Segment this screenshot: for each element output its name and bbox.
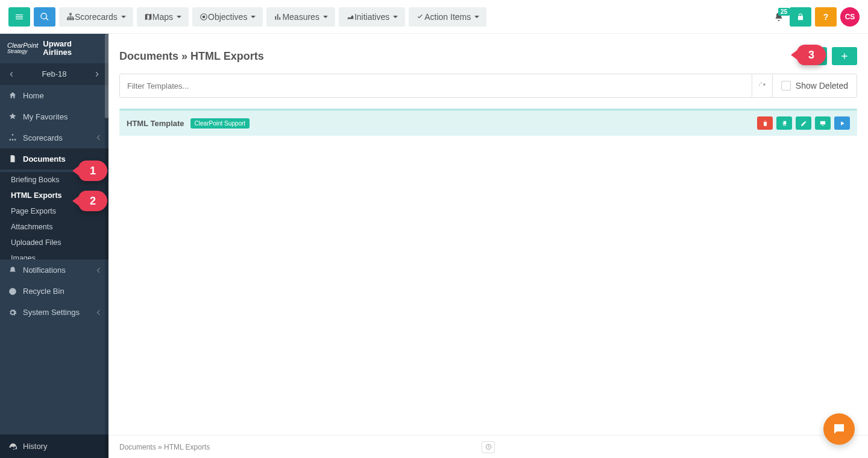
sidebar-item-label: My Favorites xyxy=(23,112,68,121)
period-prev-button[interactable] xyxy=(5,67,18,81)
sitemap-icon xyxy=(66,13,75,21)
topbar-right: 25 ? CS xyxy=(774,7,860,27)
avatar[interactable]: CS xyxy=(840,7,860,27)
template-title: HTML Template xyxy=(127,119,184,128)
bell-icon xyxy=(8,266,17,275)
bar-chart-icon xyxy=(274,13,282,21)
caret-down-icon xyxy=(393,16,398,18)
plus-icon xyxy=(840,51,849,61)
footer-center xyxy=(482,441,495,453)
callout-3: 3 xyxy=(797,45,826,65)
run-button[interactable] xyxy=(834,116,850,130)
sidebar-item-label: Uploaded Files xyxy=(11,238,61,247)
nav-label: Measures xyxy=(282,12,319,22)
template-owner-badge: ClearPoint Support xyxy=(190,118,250,129)
sidebar-item-label: Documents xyxy=(23,154,66,164)
refresh-button[interactable] xyxy=(752,74,772,97)
sidebar-item-label: Notifications xyxy=(23,266,66,275)
period-label[interactable]: Feb-18 xyxy=(42,69,66,78)
sidebar-item-label: System Settings xyxy=(23,308,80,317)
chat-launcher-button[interactable] xyxy=(823,413,855,445)
star-icon xyxy=(8,112,17,121)
list-item[interactable]: HTML Template ClearPoint Support xyxy=(119,109,857,136)
period-next-button[interactable] xyxy=(90,67,104,81)
preview-button[interactable] xyxy=(815,116,831,130)
layout: ClearPoint Strategy Upward Airlines Feb-… xyxy=(0,34,868,458)
footer: Documents » HTML Exports xyxy=(108,435,868,458)
monitor-icon xyxy=(819,120,826,127)
caret-down-icon xyxy=(474,16,479,18)
trash-icon xyxy=(762,120,769,127)
sidebar-subitem-images[interactable]: Images xyxy=(0,250,108,259)
period-selector: Feb-18 xyxy=(0,63,108,85)
sidebar-item-recycle-bin[interactable]: Recycle Bin xyxy=(0,281,108,302)
sidebar-item-label: History xyxy=(23,442,47,451)
sidebar-subitem-attachments[interactable]: Attachments xyxy=(0,219,108,235)
clock-icon xyxy=(485,444,492,450)
nav-scorecards[interactable]: Scorecards xyxy=(59,7,133,27)
help-button[interactable]: ? xyxy=(815,7,837,27)
sidebar-item-label: Scorecards xyxy=(23,133,63,142)
svg-point-1 xyxy=(203,15,206,18)
menu-toggle-button[interactable] xyxy=(8,7,30,27)
callout-1: 1 xyxy=(78,161,107,181)
sidebar-item-label: HTML Exports xyxy=(11,191,62,200)
nav-objectives[interactable]: Objectives xyxy=(192,7,263,27)
play-icon xyxy=(839,120,846,127)
copy-icon xyxy=(781,120,788,127)
show-deleted-checkbox[interactable] xyxy=(781,81,791,91)
sidebar-item-label: Recycle Bin xyxy=(23,287,64,296)
show-deleted-toggle[interactable]: Show Deleted xyxy=(772,74,857,97)
template-list: HTML Template ClearPoint Support xyxy=(119,109,857,136)
nav-label: Objectives xyxy=(208,12,247,22)
brand: ClearPoint Strategy Upward Airlines xyxy=(0,34,108,63)
filter-input[interactable] xyxy=(120,81,752,91)
recycle-icon xyxy=(8,287,17,296)
map-icon xyxy=(144,13,153,21)
check-icon xyxy=(416,13,424,21)
nav-label: Scorecards xyxy=(75,12,118,22)
caret-down-icon xyxy=(177,16,181,18)
callout-label: 2 xyxy=(90,195,96,208)
sidebar-item-home[interactable]: Home xyxy=(0,85,108,106)
refresh-icon xyxy=(758,81,766,90)
pencil-icon xyxy=(800,120,807,127)
sidebar-nav-lower: Notifications Recycle Bin System Setting… xyxy=(0,259,108,347)
add-button[interactable] xyxy=(832,47,857,65)
caret-down-icon xyxy=(323,16,328,18)
sidebar-item-system-settings[interactable]: System Settings xyxy=(0,302,108,323)
lock-button[interactable] xyxy=(790,7,811,27)
sidebar-item-history[interactable]: History xyxy=(0,434,108,458)
topbar: Scorecards Maps Objectives Measures Init… xyxy=(0,0,868,34)
nav-initiatives[interactable]: Initiatives xyxy=(339,7,405,27)
show-deleted-label: Show Deleted xyxy=(796,81,848,91)
sidebar-item-favorites[interactable]: My Favorites xyxy=(0,106,108,127)
notifications-button[interactable]: 25 xyxy=(774,11,784,22)
footer-clock-button[interactable] xyxy=(482,441,495,453)
nav-maps[interactable]: Maps xyxy=(137,7,189,27)
filter-bar: Show Deleted xyxy=(119,74,857,98)
sidebar-item-label: Home xyxy=(23,91,44,100)
page-header: Documents » HTML Exports xyxy=(108,34,868,74)
nav-measures[interactable]: Measures xyxy=(266,7,335,27)
duplicate-button[interactable] xyxy=(776,116,792,130)
sidebar-item-label: Briefing Books xyxy=(11,176,60,184)
caret-down-icon xyxy=(121,16,126,18)
document-icon xyxy=(8,154,17,163)
history-icon xyxy=(8,442,17,451)
chat-icon xyxy=(832,422,846,436)
sidebar-item-scorecards[interactable]: Scorecards xyxy=(0,127,108,148)
sidebar-item-notifications[interactable]: Notifications xyxy=(0,259,108,281)
delete-button[interactable] xyxy=(757,116,773,130)
unlock-icon xyxy=(796,13,805,21)
callout-label: 1 xyxy=(90,165,96,177)
sidebar-subitem-uploaded-files[interactable]: Uploaded Files xyxy=(0,235,108,250)
page-title: Documents » HTML Exports xyxy=(119,50,264,63)
chevron-right-icon xyxy=(93,70,101,78)
search-button[interactable] xyxy=(34,7,55,27)
gear-icon xyxy=(8,308,17,317)
callout-2: 2 xyxy=(78,191,107,211)
question-icon: ? xyxy=(823,12,829,22)
edit-button[interactable] xyxy=(796,116,811,130)
nav-action-items[interactable]: Action Items xyxy=(409,7,486,27)
